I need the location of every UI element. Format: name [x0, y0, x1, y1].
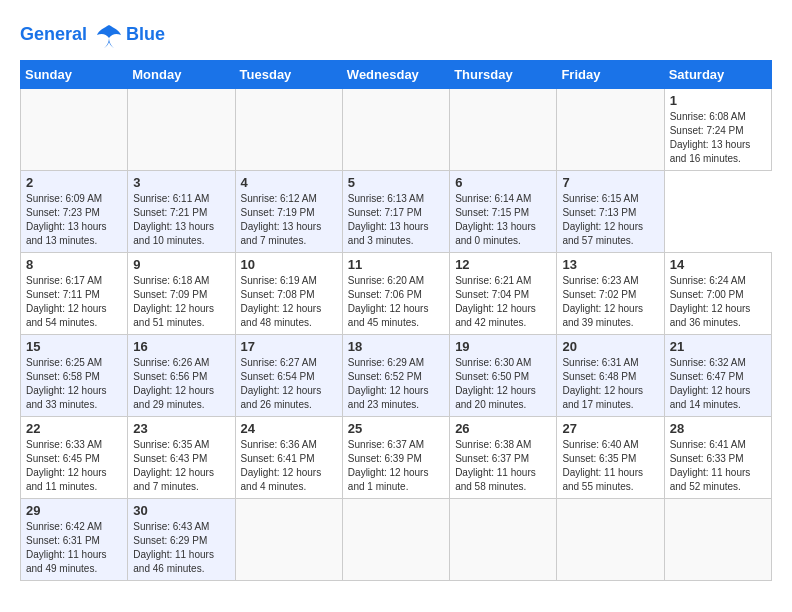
day-info: Sunrise: 6:21 AMSunset: 7:04 PMDaylight:… — [455, 274, 551, 330]
header-saturday: Saturday — [664, 61, 771, 89]
day-info: Sunrise: 6:30 AMSunset: 6:50 PMDaylight:… — [455, 356, 551, 412]
day-info: Sunrise: 6:08 AMSunset: 7:24 PMDaylight:… — [670, 110, 766, 166]
day-info: Sunrise: 6:24 AMSunset: 7:00 PMDaylight:… — [670, 274, 766, 330]
calendar-day-8: 8Sunrise: 6:17 AMSunset: 7:11 PMDaylight… — [21, 253, 128, 335]
day-info: Sunrise: 6:18 AMSunset: 7:09 PMDaylight:… — [133, 274, 229, 330]
empty-cell — [235, 89, 342, 171]
calendar-day-24: 24Sunrise: 6:36 AMSunset: 6:41 PMDayligh… — [235, 417, 342, 499]
day-number: 3 — [133, 175, 229, 190]
calendar-day-26: 26Sunrise: 6:38 AMSunset: 6:37 PMDayligh… — [450, 417, 557, 499]
day-info: Sunrise: 6:25 AMSunset: 6:58 PMDaylight:… — [26, 356, 122, 412]
calendar-day-5: 5Sunrise: 6:13 AMSunset: 7:17 PMDaylight… — [342, 171, 449, 253]
calendar-day-17: 17Sunrise: 6:27 AMSunset: 6:54 PMDayligh… — [235, 335, 342, 417]
calendar-header-row: SundayMondayTuesdayWednesdayThursdayFrid… — [21, 61, 772, 89]
day-number: 23 — [133, 421, 229, 436]
calendar-day-23: 23Sunrise: 6:35 AMSunset: 6:43 PMDayligh… — [128, 417, 235, 499]
day-info: Sunrise: 6:43 AMSunset: 6:29 PMDaylight:… — [133, 520, 229, 576]
day-info: Sunrise: 6:29 AMSunset: 6:52 PMDaylight:… — [348, 356, 444, 412]
header-sunday: Sunday — [21, 61, 128, 89]
day-number: 21 — [670, 339, 766, 354]
calendar-week-2: 2Sunrise: 6:09 AMSunset: 7:23 PMDaylight… — [21, 171, 772, 253]
day-info: Sunrise: 6:33 AMSunset: 6:45 PMDaylight:… — [26, 438, 122, 494]
day-info: Sunrise: 6:23 AMSunset: 7:02 PMDaylight:… — [562, 274, 658, 330]
calendar-day-9: 9Sunrise: 6:18 AMSunset: 7:09 PMDaylight… — [128, 253, 235, 335]
day-number: 27 — [562, 421, 658, 436]
day-info: Sunrise: 6:27 AMSunset: 6:54 PMDaylight:… — [241, 356, 337, 412]
calendar-day-18: 18Sunrise: 6:29 AMSunset: 6:52 PMDayligh… — [342, 335, 449, 417]
day-info: Sunrise: 6:26 AMSunset: 6:56 PMDaylight:… — [133, 356, 229, 412]
day-info: Sunrise: 6:20 AMSunset: 7:06 PMDaylight:… — [348, 274, 444, 330]
calendar-week-1: 1Sunrise: 6:08 AMSunset: 7:24 PMDaylight… — [21, 89, 772, 171]
day-number: 7 — [562, 175, 658, 190]
calendar-week-6: 29Sunrise: 6:42 AMSunset: 6:31 PMDayligh… — [21, 499, 772, 581]
day-number: 14 — [670, 257, 766, 272]
calendar-day-1: 1Sunrise: 6:08 AMSunset: 7:24 PMDaylight… — [664, 89, 771, 171]
day-number: 22 — [26, 421, 122, 436]
header-wednesday: Wednesday — [342, 61, 449, 89]
day-number: 20 — [562, 339, 658, 354]
day-number: 30 — [133, 503, 229, 518]
calendar-day-29: 29Sunrise: 6:42 AMSunset: 6:31 PMDayligh… — [21, 499, 128, 581]
day-number: 10 — [241, 257, 337, 272]
day-info: Sunrise: 6:14 AMSunset: 7:15 PMDaylight:… — [455, 192, 551, 248]
day-number: 19 — [455, 339, 551, 354]
day-info: Sunrise: 6:31 AMSunset: 6:48 PMDaylight:… — [562, 356, 658, 412]
empty-cell — [342, 89, 449, 171]
calendar-day-27: 27Sunrise: 6:40 AMSunset: 6:35 PMDayligh… — [557, 417, 664, 499]
day-number: 4 — [241, 175, 337, 190]
day-info: Sunrise: 6:12 AMSunset: 7:19 PMDaylight:… — [241, 192, 337, 248]
day-info: Sunrise: 6:13 AMSunset: 7:17 PMDaylight:… — [348, 192, 444, 248]
day-info: Sunrise: 6:17 AMSunset: 7:11 PMDaylight:… — [26, 274, 122, 330]
day-number: 11 — [348, 257, 444, 272]
header-thursday: Thursday — [450, 61, 557, 89]
empty-cell — [664, 499, 771, 581]
day-number: 17 — [241, 339, 337, 354]
calendar-day-15: 15Sunrise: 6:25 AMSunset: 6:58 PMDayligh… — [21, 335, 128, 417]
empty-cell — [557, 89, 664, 171]
empty-cell — [235, 499, 342, 581]
calendar-day-4: 4Sunrise: 6:12 AMSunset: 7:19 PMDaylight… — [235, 171, 342, 253]
day-info: Sunrise: 6:41 AMSunset: 6:33 PMDaylight:… — [670, 438, 766, 494]
calendar-day-25: 25Sunrise: 6:37 AMSunset: 6:39 PMDayligh… — [342, 417, 449, 499]
day-number: 13 — [562, 257, 658, 272]
empty-cell — [342, 499, 449, 581]
day-info: Sunrise: 6:36 AMSunset: 6:41 PMDaylight:… — [241, 438, 337, 494]
header-tuesday: Tuesday — [235, 61, 342, 89]
calendar-day-28: 28Sunrise: 6:41 AMSunset: 6:33 PMDayligh… — [664, 417, 771, 499]
empty-cell — [450, 89, 557, 171]
calendar-day-11: 11Sunrise: 6:20 AMSunset: 7:06 PMDayligh… — [342, 253, 449, 335]
day-number: 6 — [455, 175, 551, 190]
empty-cell — [557, 499, 664, 581]
logo-blue: Blue — [126, 25, 165, 45]
day-number: 5 — [348, 175, 444, 190]
day-number: 1 — [670, 93, 766, 108]
calendar-day-13: 13Sunrise: 6:23 AMSunset: 7:02 PMDayligh… — [557, 253, 664, 335]
calendar-day-30: 30Sunrise: 6:43 AMSunset: 6:29 PMDayligh… — [128, 499, 235, 581]
calendar-day-6: 6Sunrise: 6:14 AMSunset: 7:15 PMDaylight… — [450, 171, 557, 253]
calendar-week-5: 22Sunrise: 6:33 AMSunset: 6:45 PMDayligh… — [21, 417, 772, 499]
day-info: Sunrise: 6:09 AMSunset: 7:23 PMDaylight:… — [26, 192, 122, 248]
day-number: 16 — [133, 339, 229, 354]
logo: General Blue — [20, 20, 165, 50]
page-header: General Blue — [20, 20, 772, 50]
logo-general: General — [20, 24, 87, 44]
calendar-day-14: 14Sunrise: 6:24 AMSunset: 7:00 PMDayligh… — [664, 253, 771, 335]
day-info: Sunrise: 6:11 AMSunset: 7:21 PMDaylight:… — [133, 192, 229, 248]
day-number: 9 — [133, 257, 229, 272]
empty-cell — [450, 499, 557, 581]
empty-cell — [128, 89, 235, 171]
calendar-day-21: 21Sunrise: 6:32 AMSunset: 6:47 PMDayligh… — [664, 335, 771, 417]
day-number: 15 — [26, 339, 122, 354]
day-number: 18 — [348, 339, 444, 354]
calendar-week-3: 8Sunrise: 6:17 AMSunset: 7:11 PMDaylight… — [21, 253, 772, 335]
day-number: 12 — [455, 257, 551, 272]
calendar-day-22: 22Sunrise: 6:33 AMSunset: 6:45 PMDayligh… — [21, 417, 128, 499]
calendar-day-2: 2Sunrise: 6:09 AMSunset: 7:23 PMDaylight… — [21, 171, 128, 253]
day-info: Sunrise: 6:35 AMSunset: 6:43 PMDaylight:… — [133, 438, 229, 494]
header-monday: Monday — [128, 61, 235, 89]
logo-bird-icon — [94, 20, 124, 50]
day-number: 8 — [26, 257, 122, 272]
day-number: 2 — [26, 175, 122, 190]
day-info: Sunrise: 6:40 AMSunset: 6:35 PMDaylight:… — [562, 438, 658, 494]
day-number: 28 — [670, 421, 766, 436]
